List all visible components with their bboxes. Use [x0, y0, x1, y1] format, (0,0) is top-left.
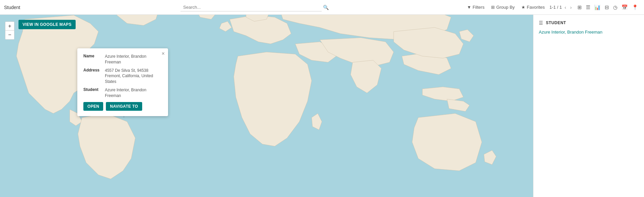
filters-button[interactable]: ▼ Filters [465, 3, 486, 11]
main: + − VIEW IN GOOGLE MAPS × Name Azure Int… [0, 15, 644, 197]
page-title: Student [4, 5, 44, 10]
view-icons: ⊞ ☰ 📊 ⊟ ◷ 📅 📍 [576, 3, 640, 11]
pagination-text: 1-1 / 1 [550, 5, 562, 10]
popup-name-label: Name [83, 54, 102, 65]
map-area[interactable]: + − VIEW IN GOOGLE MAPS × Name Azure Int… [0, 15, 533, 197]
groupby-label: Group By [496, 5, 515, 10]
next-page-button[interactable]: › [569, 4, 573, 11]
popup-address-row: Address 4557 De Silva St, 94538 Fremont,… [83, 68, 162, 85]
popup-student-value: Azure Interior, Brandon Freeman [105, 87, 162, 99]
popup-name-value: Azure Interior, Brandon Freeman [105, 54, 162, 65]
groupby-button[interactable]: ⊞ Group By [489, 3, 517, 11]
map-view-button[interactable]: 📍 [630, 3, 640, 11]
favorites-button[interactable]: ★ Favorites [519, 3, 547, 11]
list-icon: ☰ [539, 20, 543, 26]
calendar-view-button[interactable]: 📅 [620, 3, 630, 11]
prev-page-button[interactable]: ‹ [563, 4, 568, 11]
pagination: 1-1 / 1 ‹ › [550, 4, 573, 11]
clock-view-button[interactable]: ◷ [611, 3, 619, 11]
sidebar-item: Azure Interior, Brandon Freeman [539, 30, 639, 35]
map-popup: × Name Azure Interior, Brandon Freeman A… [77, 48, 168, 116]
sidebar-section-title: STUDENT [546, 20, 566, 25]
filter-icon: ▼ [467, 5, 471, 10]
list-view-button[interactable]: ☰ [584, 3, 592, 11]
popup-name-row: Name Azure Interior, Brandon Freeman [83, 54, 162, 65]
groupby-icon: ⊞ [491, 5, 495, 10]
sidebar-item-link[interactable]: Azure Interior, Brandon Freeman [539, 30, 602, 35]
popup-navigate-button[interactable]: NAVIGATE TO [106, 102, 142, 111]
popup-address-label: Address [83, 68, 102, 85]
sidebar: ☰ STUDENT Azure Interior, Brandon Freema… [533, 15, 644, 197]
bar-chart-view-button[interactable]: 📊 [593, 3, 602, 11]
search-icon: 🔍 [323, 5, 329, 10]
star-icon: ★ [521, 5, 525, 10]
zoom-in-button[interactable]: + [5, 22, 14, 31]
popup-open-button[interactable]: OPEN [83, 102, 103, 111]
kanban-view-button[interactable]: ⊞ [576, 3, 583, 11]
view-in-google-maps-button[interactable]: VIEW IN GOOGLE MAPS [18, 20, 76, 29]
search-container: 🔍 [44, 3, 465, 11]
popup-actions: OPEN NAVIGATE TO [83, 102, 162, 111]
search-input[interactable] [180, 3, 322, 11]
popup-student-row: Student Azure Interior, Brandon Freeman [83, 87, 162, 99]
zoom-controls: + − [5, 21, 14, 40]
sidebar-header: ☰ STUDENT [539, 20, 639, 26]
table-view-button[interactable]: ⊟ [603, 3, 611, 11]
toolbar-right: ▼ Filters ⊞ Group By ★ Favorites 1-1 / 1… [465, 3, 640, 11]
popup-close-button[interactable]: × [162, 51, 165, 56]
filters-label: Filters [473, 5, 484, 10]
popup-address-value: 4557 De Silva St, 94538 Fremont, Califor… [105, 68, 162, 85]
popup-student-label: Student [83, 87, 102, 99]
topbar: Student 🔍 ▼ Filters ⊞ Group By ★ Favorit… [0, 0, 644, 15]
zoom-out-button[interactable]: − [5, 31, 14, 39]
favorites-label: Favorites [527, 5, 545, 10]
